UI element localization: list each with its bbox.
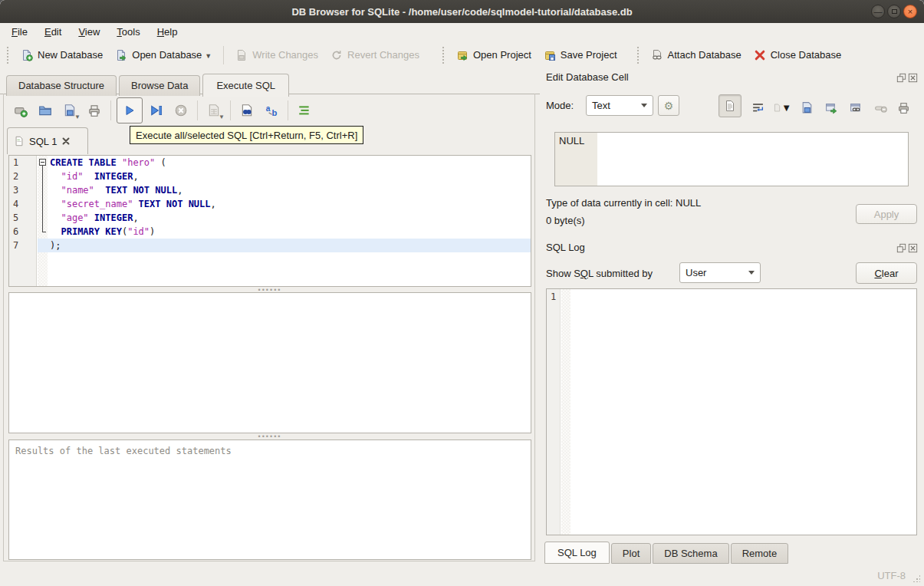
- cell-type-label: Type of data currently in cell: NULL: [546, 197, 701, 209]
- sql-file-icon: [14, 136, 25, 146]
- float-panel-icon[interactable]: [896, 243, 906, 253]
- sql-toolbar-separator: [110, 100, 111, 120]
- print-cell-button[interactable]: [894, 98, 912, 117]
- gear-icon: ⚙: [664, 100, 674, 112]
- resize-grip[interactable]: [912, 574, 920, 582]
- save-sql-file-button[interactable]: ▼: [60, 100, 80, 120]
- attach-database-button[interactable]: Attach Database: [645, 46, 748, 64]
- format-sql-button[interactable]: [294, 100, 314, 120]
- tab-execute-sql[interactable]: Execute SQL: [202, 74, 289, 97]
- sql-toolbar-separator: [197, 100, 198, 120]
- close-panel-icon[interactable]: [908, 73, 918, 83]
- write-changes-button[interactable]: Write Changes: [229, 46, 324, 64]
- code-line-3[interactable]: 3 "name" TEXT NOT NULL,: [9, 183, 531, 197]
- code-line-6[interactable]: 6 PRIMARY KEY("id"): [9, 225, 531, 239]
- menu-view[interactable]: View: [70, 25, 108, 39]
- menu-edit[interactable]: Edit: [36, 25, 70, 39]
- stop-execution-button[interactable]: [171, 100, 191, 120]
- clear-log-button[interactable]: Clear: [856, 262, 917, 284]
- open-in-external-button[interactable]: [822, 98, 840, 117]
- sql-editor[interactable]: 1CREATE TABLE "hero" (2 "id" INTEGER,3 "…: [8, 155, 531, 287]
- sql-log-area[interactable]: 1: [546, 288, 917, 535]
- dock-tab-db-schema[interactable]: DB Schema: [653, 543, 728, 564]
- results-grid-pane[interactable]: [8, 292, 531, 433]
- svg-text:b: b: [272, 108, 278, 117]
- log-filter-combobox[interactable]: User: [679, 262, 761, 283]
- dock-tab-sql-log[interactable]: SQL Log: [544, 542, 610, 564]
- sql-file-tab[interactable]: SQL 1: [7, 127, 88, 154]
- import-export-settings-button[interactable]: ⚙: [658, 95, 679, 116]
- cell-value: NULL: [559, 135, 584, 146]
- sql-file-tab-label: SQL 1: [29, 136, 57, 147]
- copy-link-button[interactable]: [847, 98, 865, 117]
- code-line-1[interactable]: 1CREATE TABLE "hero" (: [9, 156, 531, 170]
- revert-changes-button[interactable]: Revert Changes: [324, 46, 426, 64]
- results-placeholder: Results of the last executed statements: [9, 440, 531, 462]
- replace-button[interactable]: ab: [261, 100, 281, 120]
- new-sql-tab-button[interactable]: [11, 100, 31, 120]
- text-mode-toggle-button[interactable]: [718, 94, 742, 117]
- maximize-button-icon[interactable]: [887, 5, 901, 18]
- apply-button[interactable]: Apply: [856, 204, 917, 224]
- open-database-button[interactable]: Open Database ▼: [109, 46, 218, 64]
- open-sql-file-button[interactable]: [35, 100, 55, 120]
- dock-tab-plot[interactable]: Plot: [611, 543, 651, 564]
- new-database-icon: [21, 49, 33, 61]
- log-line-number: 1: [551, 291, 556, 302]
- open-project-button[interactable]: Open Project: [450, 46, 538, 64]
- save-results-dropdown-icon[interactable]: ▼: [219, 114, 225, 120]
- toolbar-drag-handle[interactable]: [7, 47, 11, 64]
- main-tabbar: Database Structure Browse Data Execute S…: [6, 74, 291, 96]
- minimize-button-icon[interactable]: —: [871, 5, 885, 18]
- mode-combobox[interactable]: Text: [586, 95, 653, 116]
- results-message-pane[interactable]: Results of the last executed statements: [8, 440, 531, 560]
- titlebar[interactable]: DB Browser for SQLite - /home/user/code/…: [0, 0, 924, 23]
- sql-toolbar-separator: [230, 100, 231, 120]
- cell-value-editor[interactable]: NULL: [554, 132, 909, 186]
- menu-file[interactable]: File: [3, 25, 36, 39]
- chevron-down-icon: [641, 104, 647, 107]
- remove-data-button[interactable]: [871, 98, 889, 117]
- code-line-7[interactable]: 7);: [9, 239, 531, 252]
- menubar: File Edit View Tools Help: [0, 23, 924, 41]
- find-button[interactable]: [237, 100, 257, 120]
- close-button-icon[interactable]: ×: [903, 5, 917, 18]
- window-title: DB Browser for SQLite - /home/user/code/…: [291, 6, 632, 18]
- save-results-button[interactable]: ▼: [204, 100, 224, 120]
- export-cell-data-button[interactable]: [797, 98, 816, 117]
- save-project-button[interactable]: Save Project: [538, 46, 623, 64]
- close-panel-icon[interactable]: [908, 243, 918, 253]
- execute-all-button[interactable]: [117, 97, 143, 123]
- attach-database-icon: [651, 49, 663, 61]
- dock-tab-remote[interactable]: Remote: [731, 543, 789, 564]
- tab-browse-data[interactable]: Browse Data: [119, 75, 200, 96]
- code-line-4[interactable]: 4 "secret_name" TEXT NOT NULL,: [9, 197, 531, 211]
- toolbar-drag-handle[interactable]: [442, 47, 446, 64]
- float-panel-icon[interactable]: [896, 73, 906, 83]
- app-window: DB Browser for SQLite - /home/user/code/…: [0, 0, 924, 586]
- open-database-icon: [115, 49, 127, 61]
- import-cell-data-button[interactable]: ▼: [773, 98, 791, 117]
- toolbar-drag-handle[interactable]: [637, 47, 641, 64]
- splitter-handle[interactable]: ••••••: [8, 433, 531, 439]
- close-sql-tab-icon[interactable]: [61, 137, 71, 146]
- word-wrap-button[interactable]: [748, 98, 767, 117]
- text-document-icon: [724, 100, 736, 112]
- code-line-5[interactable]: 5 "age" INTEGER,: [9, 211, 531, 225]
- code-line-2[interactable]: 2 "id" INTEGER,: [9, 170, 531, 183]
- tab-database-structure[interactable]: Database Structure: [6, 75, 117, 96]
- close-database-button[interactable]: Close Database: [748, 46, 848, 64]
- sql-log-panel-title: SQL Log: [546, 242, 585, 253]
- print-sql-button[interactable]: [84, 100, 104, 120]
- new-database-button[interactable]: New Database: [15, 46, 109, 64]
- save-sql-dropdown-icon[interactable]: ▼: [74, 114, 81, 120]
- open-database-dropdown-icon[interactable]: ▼: [205, 52, 212, 61]
- encoding-indicator[interactable]: UTF-8: [877, 570, 906, 581]
- mode-label: Mode:: [546, 100, 574, 111]
- menu-tools[interactable]: Tools: [108, 25, 148, 39]
- menu-help[interactable]: Help: [149, 25, 186, 39]
- splitter-handle[interactable]: ••••••: [8, 287, 531, 292]
- execute-line-button[interactable]: [146, 100, 166, 120]
- log-fold-margin: [561, 289, 571, 535]
- open-project-icon: [456, 49, 469, 61]
